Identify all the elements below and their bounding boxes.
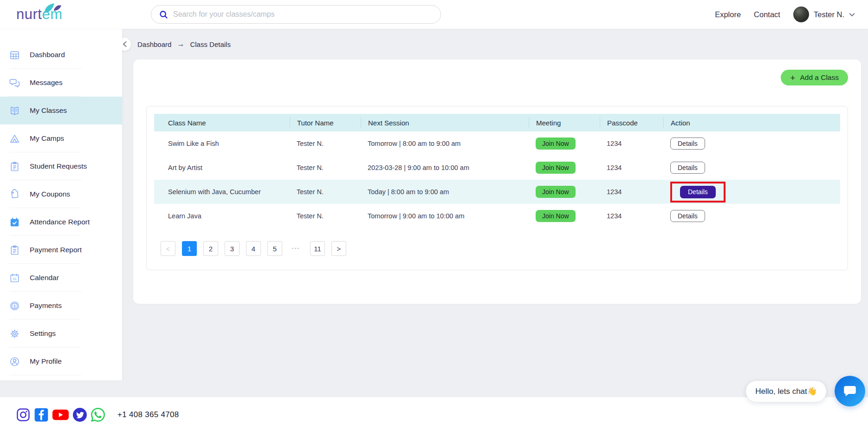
col-class-name: Class Name [154, 119, 290, 127]
add-a-class-label: Add a Class [800, 73, 839, 82]
sidebar-item-messages[interactable]: Messages [0, 69, 122, 97]
sidebar-item-label: My Profile [30, 357, 62, 366]
pagination-prev-button[interactable]: < [161, 241, 175, 256]
twitter-icon[interactable] [73, 408, 87, 422]
pagination-page-4[interactable]: 4 [246, 241, 261, 256]
leaf-icon [43, 3, 62, 14]
details-button[interactable]: Details [670, 210, 705, 222]
calendar-check-icon [9, 217, 20, 228]
search-bar[interactable] [151, 5, 441, 24]
sidebar-item-payment-report[interactable]: Payment Report [0, 236, 122, 264]
passcode-cell: 1234 [600, 212, 663, 220]
user-name: Tester N. [814, 10, 844, 19]
phone-number: +1 408 365 4708 [117, 410, 179, 419]
pagination-page-2[interactable]: 2 [203, 241, 218, 256]
nurtem-logo[interactable]: nurtem [0, 6, 122, 23]
red-annotation-box: Details [670, 182, 725, 203]
avatar[interactable] [793, 7, 809, 22]
main-content: Dashboard → Class Details + Add a Class … [122, 29, 868, 304]
sidebar-item-calendar[interactable]: 31 Calendar [0, 264, 122, 292]
classes-table: Class Name Tutor Name Next Session Meeti… [146, 106, 848, 270]
pagination-page-11[interactable]: 11 [310, 241, 325, 256]
report-icon [9, 245, 20, 255]
sidebar-item-label: Dashboard [30, 51, 65, 59]
next-session-cell: Tomorrow | 8:00 am to 9:00 am [361, 140, 529, 147]
sidebar-item-label: Settings [30, 329, 56, 338]
sidebar-item-label: Calendar [30, 274, 59, 282]
user-menu[interactable]: Tester N. [793, 7, 855, 22]
passcode-cell: 1234 [600, 140, 663, 147]
sidebar-item-payments[interactable]: $ Payments [0, 292, 122, 320]
sidebar-item-label: Payment Report [30, 246, 82, 254]
pagination-ellipsis[interactable]: ••• [289, 241, 304, 256]
join-now-button[interactable]: Join Now [536, 186, 576, 198]
nav-explore[interactable]: Explore [715, 10, 741, 19]
col-passcode: Passcode [600, 117, 663, 128]
pagination-page-3[interactable]: 3 [225, 241, 240, 256]
sidebar-item-my-classes[interactable]: My Classes [0, 97, 122, 124]
sidebar-item-my-profile[interactable]: My Profile [0, 347, 122, 375]
sidebar-item-dashboard[interactable]: Dashboard [0, 41, 122, 69]
table-header-row: Class Name Tutor Name Next Session Meeti… [154, 114, 840, 131]
pagination-next-button[interactable]: > [331, 241, 346, 256]
top-bar: nurtem Explore Contact Tester N. [0, 0, 868, 29]
instagram-icon[interactable] [16, 408, 30, 422]
join-now-button[interactable]: Join Now [536, 210, 576, 222]
svg-text:$: $ [13, 303, 16, 308]
class-name-cell: Swim Like a Fish [154, 140, 290, 147]
clipboard-icon [9, 161, 20, 172]
class-name-cell: Selenium with Java, Cucumber [154, 188, 290, 196]
breadcrumb-arrow: → [177, 40, 184, 48]
classes-card: + Add a Class Class Name Tutor Name Next… [133, 59, 861, 304]
details-button[interactable]: Details [670, 162, 705, 174]
breadcrumb-row: Dashboard → Class Details [122, 29, 868, 59]
sidebar-item-settings[interactable]: Settings [0, 320, 122, 347]
plus-icon: + [790, 73, 795, 82]
breadcrumb: Dashboard → Class Details [137, 40, 231, 48]
chat-widget: Hello, lets chat👋 [746, 376, 865, 406]
sidebar-item-student-requests[interactable]: Student Requests [0, 152, 122, 180]
details-button-selected[interactable]: Details [680, 186, 716, 198]
next-session-cell: Tomorrow | 9:00 am to 10:00 am [361, 212, 529, 220]
chat-greeting-bubble[interactable]: Hello, lets chat👋 [746, 381, 826, 402]
details-button[interactable]: Details [670, 137, 705, 150]
facebook-icon[interactable] [34, 408, 48, 422]
table-row: Swim Like a Fish Tester N. Tomorrow | 8:… [154, 131, 840, 156]
sidebar-item-my-coupons[interactable]: My Coupons [0, 180, 122, 208]
col-next-session: Next Session [361, 117, 529, 128]
youtube-icon[interactable] [52, 408, 69, 422]
sidebar-item-my-camps[interactable]: My Camps [0, 124, 122, 152]
breadcrumb-dashboard[interactable]: Dashboard [137, 40, 171, 48]
table-row: Art by Artist Tester N. 2023-03-28 | 9:0… [154, 156, 840, 180]
pagination-page-5[interactable]: 5 [267, 241, 282, 256]
tutor-cell: Tester N. [290, 164, 361, 171]
calendar-icon: 31 [9, 273, 20, 283]
join-now-button[interactable]: Join Now [536, 137, 576, 150]
table-row-highlighted: Selenium with Java, Cucumber Tester N. T… [154, 180, 840, 204]
table-row: Learn Java Tester N. Tomorrow | 9:00 am … [154, 204, 840, 228]
pagination-page-1[interactable]: 1 [182, 241, 197, 256]
add-a-class-button[interactable]: + Add a Class [781, 70, 848, 85]
tent-icon [9, 133, 20, 144]
sidebar-item-attendance-report[interactable]: Attendance Report [0, 208, 122, 236]
chevron-down-icon [849, 13, 855, 17]
next-session-cell: 2023-03-28 | 9:00 am to 10:00 am [361, 164, 529, 171]
col-meeting: Meeting [529, 117, 600, 128]
sidebar-item-label: Attendance Report [30, 218, 90, 226]
passcode-cell: 1234 [600, 164, 663, 171]
join-now-button[interactable]: Join Now [536, 162, 576, 174]
passcode-cell: 1234 [600, 188, 663, 196]
search-input[interactable] [173, 10, 433, 19]
pagination: < 1 2 3 4 5 ••• 11 > [161, 241, 840, 256]
next-session-cell: Today | 8:00 am to 9:00 am [361, 188, 529, 196]
sidebar-item-label: My Camps [30, 134, 64, 143]
chat-launcher-button[interactable] [835, 376, 865, 406]
sidebar-item-label: Payments [30, 301, 62, 310]
tutor-cell: Tester N. [290, 188, 361, 196]
breadcrumb-class-details: Class Details [190, 40, 231, 48]
whatsapp-icon[interactable] [91, 408, 105, 422]
class-name-cell: Learn Java [154, 212, 290, 220]
nav-contact[interactable]: Contact [754, 10, 780, 19]
logo-text-1: nurt [16, 6, 42, 22]
search-icon [159, 10, 168, 20]
